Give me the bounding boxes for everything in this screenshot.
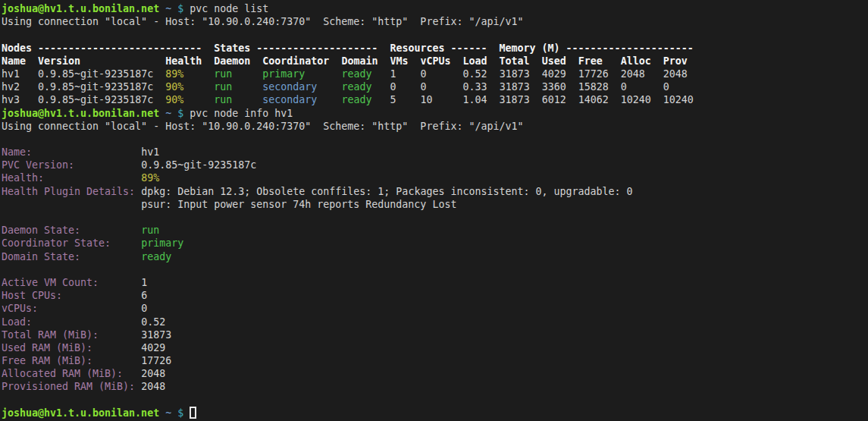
terminal-line: Total RAM (MiB): 31873 [2, 328, 868, 341]
spacer [609, 68, 621, 80]
spacer [371, 81, 390, 93]
spacer [20, 81, 38, 93]
terminal-line: Domain State: ready [2, 250, 868, 263]
table-col-coordinator: Coordinator [262, 55, 329, 67]
spacer [183, 94, 214, 105]
terminal-line: PVC Version: 0.9.85~git-9235187c [2, 159, 868, 171]
spacer [159, 3, 165, 14]
info-label: Daemon State: [2, 225, 80, 236]
table-group-dashes: ------ [444, 42, 499, 54]
spacer [645, 68, 663, 80]
connection-info: Using connection "local" - Host: "10.90.… [2, 16, 523, 27]
info-value: 0.9.85~git-9235187c [141, 159, 256, 171]
table-group-header: Nodes [2, 42, 32, 54]
table-col-health: Health [165, 55, 202, 67]
spacer [371, 68, 390, 80]
info-value: primary [141, 237, 183, 249]
spacer [80, 55, 165, 67]
terminal-line: Daemon State: run [2, 224, 868, 237]
terminal-line [2, 133, 868, 146]
spacer [396, 81, 420, 93]
spacer [44, 172, 141, 184]
table-col-daemon: Daemon [214, 55, 250, 67]
cell-free: 14062 [578, 94, 609, 105]
spacer [135, 381, 141, 392]
spacer [62, 290, 141, 301]
terminal-line: Coordinator State: primary [2, 237, 868, 250]
info-label: Load: [2, 316, 32, 328]
table-group-dashes: --------------------------- [32, 42, 214, 54]
cell-health: 90% [165, 81, 183, 93]
table-group-header: Resources [390, 42, 444, 54]
cell-prov: 2048 [663, 68, 688, 80]
info-value: 1 [141, 277, 147, 288]
cell-total: 31873 [500, 81, 530, 93]
spacer [669, 81, 694, 93]
table-col-prov: Prov [663, 55, 688, 67]
cell-domain: ready [341, 94, 371, 105]
info-value: 17726 [141, 355, 171, 366]
info-label: Allocated RAM (MiB): [2, 368, 123, 379]
terminal-line: Used RAM (MiB): 4029 [2, 341, 868, 354]
info-value: hv1 [141, 146, 159, 158]
terminal-line: Health Plugin Details: dpkg: Debian 12.3… [2, 185, 868, 198]
cell-used: 4029 [542, 68, 566, 80]
spacer [171, 407, 177, 419]
spacer [183, 81, 214, 93]
cell-daemon: run [214, 81, 232, 93]
cell-alloc: 0 [621, 81, 627, 93]
spacer [651, 94, 663, 105]
spacer [183, 407, 190, 419]
spacer [99, 277, 141, 288]
cell-load: 1.04 [463, 94, 487, 105]
terminal-line: joshua@hv1.t.u.bonilan.net ~ $ [2, 407, 868, 419]
terminal-line: Free RAM (MiB): 17726 [2, 354, 868, 367]
cell-health: 89% [165, 68, 183, 80]
terminal-line: Using connection "local" - Host: "10.90.… [2, 15, 868, 28]
prompt-symbol: $ [177, 108, 183, 119]
cell-coordinator: secondary [262, 81, 317, 93]
terminal-line: Health: 89% [2, 171, 868, 184]
spacer [123, 368, 141, 379]
cell-used: 6012 [542, 94, 566, 105]
spacer [427, 81, 463, 93]
spacer [566, 81, 578, 93]
terminal-line: Host CPUs: 6 [2, 289, 868, 302]
terminal-line: Name: hv1 [2, 146, 868, 159]
prompt-path: ~ [165, 3, 171, 14]
info-value: 2048 [141, 381, 165, 392]
spacer [396, 94, 420, 105]
spacer [627, 81, 663, 93]
spacer [530, 81, 542, 93]
spacer [433, 94, 463, 105]
cell-total: 31873 [500, 94, 530, 105]
spacer [171, 108, 177, 119]
prompt-user-host: joshua@hv1.t.u.bonilan.net [2, 407, 159, 419]
cell-domain: ready [341, 68, 371, 80]
table-col-alloc: Alloc [621, 55, 651, 67]
spacer [183, 68, 214, 80]
spacer [153, 81, 165, 93]
cell-name: hv1 [2, 68, 20, 80]
cell-daemon: run [214, 68, 232, 80]
terminal-line: vCPUs: 0 [2, 302, 868, 315]
spacer [408, 55, 420, 67]
table-col-vcpus: vCPUs [420, 55, 450, 67]
spacer [530, 68, 542, 80]
spacer [232, 81, 262, 93]
info-value: 31873 [141, 329, 171, 341]
info-value: 4029 [141, 342, 165, 353]
cell-vcpus: 10 [421, 94, 433, 105]
terminal-line: Provisioned RAM (MiB): 2048 [2, 380, 868, 393]
terminal[interactable]: joshua@hv1.t.u.bonilan.net ~ $ pvc node … [0, 0, 868, 421]
info-value: 2048 [141, 368, 165, 379]
cell-health: 90% [165, 94, 183, 105]
cell-prov: 10240 [663, 94, 694, 105]
terminal-line [2, 263, 868, 276]
table-col-name: Name [2, 55, 26, 67]
spacer [80, 225, 141, 236]
table-group-header: Memory (M) [500, 42, 560, 54]
spacer [20, 68, 38, 80]
info-label: Total RAM (MiB): [2, 329, 99, 341]
spacer [396, 68, 420, 80]
